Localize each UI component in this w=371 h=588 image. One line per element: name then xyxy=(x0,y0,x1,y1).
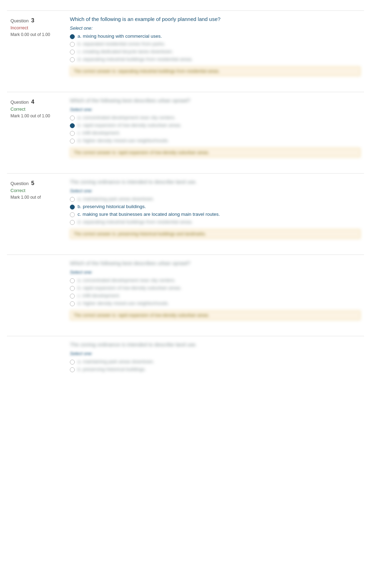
q3-radio-a[interactable] xyxy=(70,34,75,39)
q7-radio-b[interactable] xyxy=(70,367,75,372)
q5-option-c-text: c. making sure that businesses are locat… xyxy=(78,212,220,217)
q5-radio-d[interactable] xyxy=(70,220,75,225)
q5-correct-answer: The correct answer is: preserving histor… xyxy=(70,229,361,239)
q5-radio-c[interactable] xyxy=(70,212,75,217)
q4-correct-answer: The correct answer is: rapid expansion o… xyxy=(70,148,361,157)
q7-option-b-text: b. preserving historical buildings. xyxy=(78,367,146,372)
question-7-sidebar xyxy=(10,341,70,376)
q4-option-b[interactable]: b. rapid expansion of low-density suburb… xyxy=(70,123,361,128)
q4-option-a-text: a. concentrated development near city ce… xyxy=(78,115,176,120)
q4-option-c-text: c. infill development. xyxy=(78,130,120,135)
question-3-content: Which of the following is an example of … xyxy=(70,16,361,76)
q7-option-a-text: a. maintaining park areas downtown. xyxy=(78,359,154,364)
question-4-sidebar: Question 4 Correct Mark 1.00 out of 1.00 xyxy=(10,97,70,157)
q7-radio-a[interactable] xyxy=(70,360,75,365)
question-4-content: Which of the following best describes ur… xyxy=(70,97,361,157)
q3-number: 3 xyxy=(31,17,34,23)
q5-option-b[interactable]: b. preserving historical buildings. xyxy=(70,204,361,210)
q5-options: a. maintaining park areas downtown. b. p… xyxy=(70,196,361,225)
q4-radio-a[interactable] xyxy=(70,116,75,120)
q6-option-a[interactable]: a. concentrated development near city ce… xyxy=(70,278,361,283)
q7-options: a. maintaining park areas downtown. b. p… xyxy=(70,359,361,372)
question-block-4: Question 4 Correct Mark 1.00 out of 1.00… xyxy=(7,92,364,163)
q6-radio-b[interactable] xyxy=(70,286,75,291)
q3-option-c[interactable]: c. creating dedicated bicycle lanes down… xyxy=(70,49,361,54)
q4-number: 4 xyxy=(31,99,34,105)
q4-options: a. concentrated development near city ce… xyxy=(70,115,361,144)
q3-options: a. mixing housing with commercial uses. … xyxy=(70,34,361,62)
q7-option-b[interactable]: b. preserving historical buildings. xyxy=(70,367,361,372)
question-6-content: Which of the following best describes ur… xyxy=(70,260,361,320)
question-block-6: Which of the following best describes ur… xyxy=(7,255,364,325)
q4-option-d[interactable]: d. higher density mixed-use neighborhood… xyxy=(70,138,361,144)
q5-option-a[interactable]: a. maintaining park areas downtown. xyxy=(70,196,361,202)
q4-option-d-text: d. higher density mixed-use neighborhood… xyxy=(78,138,169,143)
question-block-7: The zoning ordinance is intended to desc… xyxy=(7,336,364,382)
q6-option-c-text: c. infill development. xyxy=(78,293,120,298)
q4-radio-d[interactable] xyxy=(70,139,75,144)
q6-option-b-text: b. rapid expansion of low-density suburb… xyxy=(78,285,182,291)
question-7-content: The zoning ordinance is intended to desc… xyxy=(70,341,361,376)
q5-select-label: Select one: xyxy=(70,188,361,193)
q3-radio-b[interactable] xyxy=(70,42,75,47)
q6-radio-d[interactable] xyxy=(70,301,75,306)
q4-option-c[interactable]: c. infill development. xyxy=(70,130,361,136)
q6-select-label: Select one: xyxy=(70,270,361,275)
q5-option-d-text: d. separating industrial buildings from … xyxy=(78,219,193,225)
q3-select-label: Select one: xyxy=(70,25,361,31)
q4-label-text: Question xyxy=(10,100,29,105)
q3-option-b-text: b. separated residential zones from park… xyxy=(78,41,165,46)
q5-mark: Mark 1.00 out of xyxy=(10,194,63,200)
q4-option-b-text: b. rapid expansion of low-density suburb… xyxy=(78,123,182,128)
q3-option-c-text: c. creating dedicated bicycle lanes down… xyxy=(78,49,173,54)
question-3-label: Question 3 xyxy=(10,17,63,24)
q3-status: Incorrect xyxy=(10,25,63,30)
question-5-sidebar: Question 5 Correct Mark 1.00 out of xyxy=(10,179,70,239)
question-6-sidebar xyxy=(10,260,70,320)
q3-option-a[interactable]: a. mixing housing with commercial uses. xyxy=(70,34,361,39)
question-4-label: Question 4 xyxy=(10,99,63,105)
q6-option-d[interactable]: d. higher density mixed-use neighborhood… xyxy=(70,301,361,306)
q3-radio-d[interactable] xyxy=(70,57,75,62)
question-5-content: The zoning ordinance is intended to desc… xyxy=(70,179,361,239)
q6-option-b[interactable]: b. rapid expansion of low-density suburb… xyxy=(70,285,361,291)
q7-text: The zoning ordinance is intended to desc… xyxy=(70,341,361,347)
q7-option-a[interactable]: a. maintaining park areas downtown. xyxy=(70,359,361,365)
question-5-label: Question 5 xyxy=(10,180,63,186)
q3-mark: Mark 0.00 out of 1.00 xyxy=(10,32,63,38)
q5-option-a-text: a. maintaining park areas downtown. xyxy=(78,196,154,201)
q6-option-c[interactable]: c. infill development. xyxy=(70,293,361,299)
q5-option-d[interactable]: d. separating industrial buildings from … xyxy=(70,219,361,225)
q5-radio-a[interactable] xyxy=(70,197,75,202)
q6-radio-a[interactable] xyxy=(70,278,75,283)
q5-option-b-text: b. preserving historical buildings. xyxy=(78,204,146,209)
q7-select-label: Select one: xyxy=(70,351,361,356)
q4-radio-b[interactable] xyxy=(70,123,75,128)
q4-text: Which of the following best describes ur… xyxy=(70,97,361,103)
q3-radio-c[interactable] xyxy=(70,50,75,54)
q5-label-text: Question xyxy=(10,181,29,186)
q5-number: 5 xyxy=(31,180,34,186)
page-container: Question 3 Incorrect Mark 0.00 out of 1.… xyxy=(0,7,371,396)
q3-correct-answer: The correct answer is: separating indust… xyxy=(70,66,361,76)
q6-option-a-text: a. concentrated development near city ce… xyxy=(78,278,176,283)
q6-radio-c[interactable] xyxy=(70,294,75,299)
q6-text: Which of the following best describes ur… xyxy=(70,260,361,266)
q3-option-d[interactable]: d. separating industrial buildings from … xyxy=(70,57,361,62)
q3-label-text: Question xyxy=(10,18,29,23)
q3-text: Which of the following is an example of … xyxy=(70,16,361,22)
question-3-sidebar: Question 3 Incorrect Mark 0.00 out of 1.… xyxy=(10,16,70,76)
question-block-3: Question 3 Incorrect Mark 0.00 out of 1.… xyxy=(7,10,364,81)
q5-radio-b[interactable] xyxy=(70,205,75,210)
q4-radio-c[interactable] xyxy=(70,131,75,136)
q6-correct-answer: The correct answer is: rapid expansion o… xyxy=(70,310,361,320)
q4-option-a[interactable]: a. concentrated development near city ce… xyxy=(70,115,361,120)
q6-options: a. concentrated development near city ce… xyxy=(70,278,361,306)
q4-select-label: Select one: xyxy=(70,107,361,112)
q5-status: Correct xyxy=(10,188,63,193)
q3-option-a-text: a. mixing housing with commercial uses. xyxy=(78,34,162,39)
q5-option-c[interactable]: c. making sure that businesses are locat… xyxy=(70,212,361,217)
q3-option-b[interactable]: b. separated residential zones from park… xyxy=(70,41,361,47)
q4-status: Correct xyxy=(10,106,63,112)
q3-option-d-text: d. separating industrial buildings from … xyxy=(78,57,193,62)
